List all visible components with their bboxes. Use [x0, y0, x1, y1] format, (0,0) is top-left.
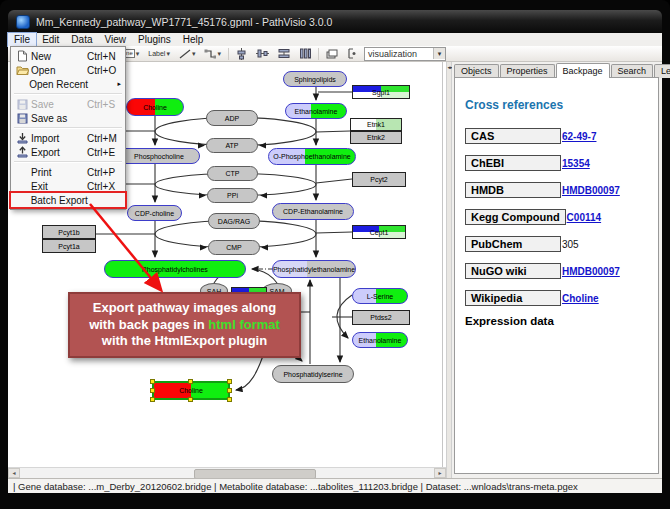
- open-folder-icon: [15, 65, 29, 76]
- menubar-item-edit[interactable]: Edit: [36, 33, 65, 46]
- pathway-node-pcyt1a[interactable]: Pcyt1a: [42, 239, 96, 253]
- menu-item-shortcut: Ctrl+E: [87, 147, 121, 158]
- menubar-item-data[interactable]: Data: [65, 33, 98, 46]
- label-icon: Label: [148, 50, 165, 57]
- pathway-node-cept1[interactable]: Cept1: [352, 225, 406, 239]
- menubar-item-file[interactable]: File: [8, 33, 36, 46]
- pathway-node-cdp-ethanolamine[interactable]: CDP-Ethanolamine: [272, 203, 354, 220]
- group-button[interactable]: [345, 47, 359, 60]
- dropdown-arrow-icon[interactable]: ▾: [433, 48, 445, 59]
- file-menu-item-export[interactable]: ExportCtrl+E: [11, 145, 125, 159]
- selection-handle[interactable]: [188, 397, 193, 402]
- align-center-y-button[interactable]: [254, 47, 271, 60]
- tab-backpage[interactable]: Backpage: [556, 63, 610, 78]
- pathway-node-phosphatidylethanolamine[interactable]: Phosphatidylethanolamine: [272, 260, 356, 278]
- tab-properties[interactable]: Properties: [500, 64, 555, 78]
- dropdown-arrow-icon[interactable]: ▾: [136, 50, 140, 58]
- connector-icon: [204, 49, 216, 59]
- selection-handle[interactable]: [227, 397, 232, 402]
- menu-item-label: Export: [31, 147, 87, 158]
- menu-item-label: Exit: [31, 181, 87, 192]
- connector-tool-button[interactable]: ▾: [202, 47, 223, 60]
- new-label-button[interactable]: Label ▾: [146, 47, 172, 60]
- menu-item-label: Save: [31, 99, 87, 110]
- file-menu-item-import[interactable]: ImportCtrl+M: [11, 131, 125, 145]
- selection-handle[interactable]: [150, 379, 155, 384]
- layers-button[interactable]: [324, 47, 340, 60]
- pathway-node-etnk1[interactable]: Etnk1: [350, 118, 402, 131]
- pathway-node-ethanolamine-bottom[interactable]: Ethanolamine: [352, 332, 408, 348]
- visualization-value: visualization: [365, 49, 433, 59]
- callout-highlight: html format: [208, 317, 280, 332]
- pathway-node-ctp[interactable]: CTP: [207, 166, 258, 181]
- backpage-section-cas: CAS62-49-7: [465, 126, 648, 144]
- distribute-columns-button[interactable]: [297, 47, 313, 60]
- selection-handle[interactable]: [150, 397, 155, 402]
- file-menu-item-exit[interactable]: ExitCtrl+X: [11, 179, 125, 193]
- title-bar[interactable]: Mm_Kennedy_pathway_WP1771_45176.gpml - P…: [8, 10, 662, 33]
- pathvisio-window: Mm_Kennedy_pathway_WP1771_45176.gpml - P…: [0, 0, 670, 509]
- pathway-node-ppi[interactable]: PPi: [207, 188, 258, 203]
- backpage-panel[interactable]: Cross references CAS62-49-7ChEBI15354HMD…: [454, 77, 659, 474]
- pathway-node-atp[interactable]: ATP: [206, 138, 258, 153]
- pathway-node-sphingolipids[interactable]: Sphingolipids: [283, 71, 347, 87]
- selection-handle[interactable]: [227, 388, 232, 393]
- tab-legend[interactable]: Legend: [654, 64, 670, 78]
- tab-search[interactable]: Search: [611, 64, 654, 78]
- pathway-node-phosphocholine[interactable]: Phosphocholine: [118, 148, 200, 164]
- pathway-node-phosphatidylserine[interactable]: Phosphatidylserine: [272, 365, 354, 383]
- pathway-node-sgpl1[interactable]: Sgpl1: [352, 85, 410, 99]
- pathway-node-etnk2[interactable]: Etnk2: [350, 131, 402, 144]
- file-menu-item-open-recent[interactable]: Open Recent▸: [11, 77, 125, 91]
- pathway-node-pcyt2[interactable]: Pcyt2: [352, 172, 406, 187]
- pathway-node-adp[interactable]: ADP: [206, 110, 258, 126]
- pathway-node-cdp-choline[interactable]: CDP-choline: [127, 205, 182, 221]
- dropdown-arrow-icon[interactable]: ▾: [166, 50, 170, 58]
- crossref-link-15354[interactable]: 15354: [562, 158, 590, 169]
- crossref-link-hmdb00097[interactable]: HMDB00097: [562, 266, 620, 277]
- menubar-item-view[interactable]: View: [98, 33, 132, 46]
- selection-handle[interactable]: [150, 388, 155, 393]
- menubar-item-help[interactable]: Help: [177, 33, 210, 46]
- backpage-section-title: HMDB: [465, 182, 561, 198]
- backpage-section-title: Kegg Compound: [465, 209, 566, 225]
- selection-handle[interactable]: [227, 379, 232, 384]
- export-icon: [15, 146, 29, 158]
- backpage-section-title: PubChem: [465, 236, 561, 252]
- crossref-link-c00114[interactable]: C00114: [567, 212, 601, 223]
- file-menu-item-batch-export[interactable]: Batch Export: [11, 193, 125, 207]
- align-center-x-button[interactable]: [234, 47, 249, 60]
- pathway-node-cmp[interactable]: CMP: [208, 240, 260, 255]
- dropdown-arrow-icon[interactable]: ▾: [217, 50, 221, 58]
- window-title: Mm_Kennedy_pathway_WP1771_45176.gpml - P…: [36, 16, 332, 28]
- pathway-node-pcyt1b[interactable]: Pcyt1b: [42, 225, 96, 239]
- save-icon: [15, 99, 29, 110]
- distribute-rows-button[interactable]: [276, 47, 292, 60]
- visualization-combobox[interactable]: visualization ▾: [364, 47, 446, 61]
- scroll-right-icon[interactable]: ▸: [434, 468, 446, 478]
- scroll-left-icon[interactable]: ◂: [8, 468, 20, 478]
- board-edge: [442, 62, 443, 467]
- menubar-item-plugins[interactable]: Plugins: [132, 33, 177, 46]
- pathway-node-ptdss2[interactable]: Ptdss2: [352, 310, 410, 325]
- pathway-node-phosphatidylcholines[interactable]: Phosphatidylcholines: [104, 260, 246, 278]
- dropdown-arrow-icon[interactable]: ▾: [192, 50, 196, 58]
- tab-objects[interactable]: Objects: [454, 64, 499, 78]
- pathway-node-o-phosphoethanolamine[interactable]: O-Phosphoethanolamine: [268, 148, 356, 165]
- pathway-node-choline-selected[interactable]: Choline: [152, 381, 230, 400]
- line-tool-button[interactable]: ▾: [177, 47, 198, 60]
- pathway-node-dag-rag[interactable]: DAG/RAG: [208, 213, 260, 229]
- pathway-node-choline-top[interactable]: Choline: [126, 98, 184, 116]
- crossref-link-choline[interactable]: Choline: [562, 293, 599, 304]
- file-menu-item-save-as[interactable]: Save as: [11, 111, 125, 125]
- crossref-link-hmdb00097[interactable]: HMDB00097: [562, 185, 620, 196]
- crossref-link-62-49-7[interactable]: 62-49-7: [562, 131, 596, 142]
- pathway-node-ethanolamine-top[interactable]: Ethanolamine: [285, 103, 347, 119]
- file-menu-item-print[interactable]: PrintCtrl+P: [11, 165, 125, 179]
- pathway-node-l-serine[interactable]: L-Serine: [352, 288, 408, 304]
- selection-handle[interactable]: [188, 379, 193, 384]
- file-menu-item-new[interactable]: NewCtrl+N: [11, 49, 125, 63]
- menu-separator: [14, 161, 122, 163]
- canvas-hscrollbar[interactable]: ◂ ▸: [8, 467, 446, 478]
- file-menu-item-open[interactable]: OpenCtrl+O: [11, 63, 125, 77]
